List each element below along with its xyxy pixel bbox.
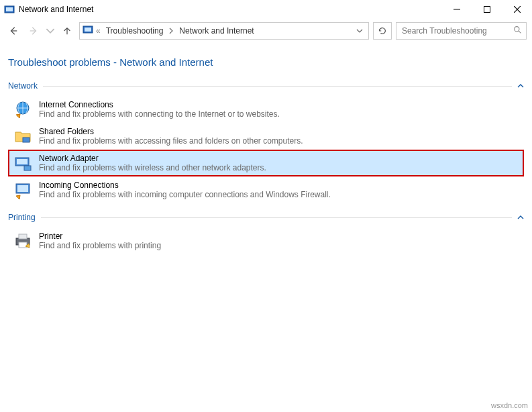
- item-desc: Find and fix problems with incoming comp…: [39, 190, 331, 199]
- divider: [41, 217, 512, 218]
- breadcrumb-troubleshooting[interactable]: Troubleshooting: [103, 25, 166, 37]
- search-icon[interactable]: [513, 25, 522, 37]
- section-header-network[interactable]: Network: [8, 80, 524, 92]
- watermark: wsxdn.com: [491, 401, 528, 409]
- divider: [43, 86, 512, 87]
- svg-rect-15: [17, 159, 28, 164]
- chevron-up-icon[interactable]: [517, 80, 524, 92]
- item-internet-connections[interactable]: Internet Connections Find and fix proble…: [8, 96, 524, 123]
- page-title: Troubleshoot problems - Network and Inte…: [8, 56, 524, 68]
- item-incoming-connections[interactable]: Incoming Connections Find and fix proble…: [8, 176, 524, 203]
- back-button[interactable]: [5, 23, 21, 39]
- item-shared-folders[interactable]: Shared Folders Find and fix problems wit…: [8, 123, 524, 150]
- svg-rect-16: [24, 166, 31, 170]
- svg-rect-21: [19, 242, 27, 248]
- svg-rect-3: [484, 7, 490, 13]
- refresh-button[interactable]: [373, 22, 392, 40]
- printer-icon: [13, 231, 32, 250]
- items-printing: Printer Find and fix problems with print…: [8, 227, 524, 254]
- item-printer[interactable]: Printer Find and fix problems with print…: [8, 227, 524, 254]
- item-desc: Find and fix problems with connecting to…: [39, 109, 280, 119]
- svg-point-10: [515, 27, 519, 32]
- screen-arrow-icon: [13, 181, 32, 199]
- folder-net-icon: [13, 127, 32, 146]
- item-desc: Find and fix problems with wireless and …: [39, 163, 266, 172]
- minimize-button[interactable]: [441, 0, 472, 19]
- svg-line-11: [519, 31, 521, 33]
- control-panel-icon: [4, 4, 15, 15]
- content-area: Troubleshoot problems - Network and Inte…: [0, 43, 532, 254]
- item-desc: Find and fix problems with printing: [39, 241, 161, 250]
- item-title: Internet Connections: [39, 100, 280, 109]
- svg-rect-13: [23, 138, 30, 142]
- control-panel-icon: [83, 24, 93, 38]
- section-label: Printing: [8, 213, 36, 222]
- section-label: Network: [8, 81, 38, 91]
- svg-rect-18: [17, 185, 28, 192]
- item-title: Shared Folders: [39, 127, 303, 136]
- svg-rect-20: [19, 234, 27, 239]
- address-dropdown[interactable]: [354, 23, 366, 39]
- close-button[interactable]: [502, 0, 532, 19]
- maximize-button[interactable]: [472, 0, 502, 19]
- item-title: Incoming Connections: [39, 181, 331, 190]
- search-input[interactable]: [401, 25, 513, 36]
- items-network: Internet Connections Find and fix proble…: [8, 96, 524, 203]
- item-desc: Find and fix problems with accessing fil…: [39, 136, 303, 146]
- address-bar[interactable]: « Troubleshooting Network and Internet: [79, 22, 369, 40]
- breadcrumb-network-internet[interactable]: Network and Internet: [176, 25, 256, 37]
- adapter-icon: [13, 154, 32, 172]
- svg-rect-1: [6, 7, 13, 11]
- globe-arrow-icon: [13, 100, 32, 119]
- window-controls: [441, 0, 532, 19]
- item-network-adapter[interactable]: Network Adapter Find and fix problems wi…: [8, 150, 524, 176]
- title-bar: Network and Internet: [0, 0, 532, 19]
- search-box[interactable]: [396, 22, 527, 40]
- recent-dropdown[interactable]: [46, 23, 55, 39]
- up-button[interactable]: [59, 23, 75, 39]
- svg-rect-9: [85, 28, 91, 32]
- window-title: Network and Internet: [19, 5, 441, 14]
- chevron-right-icon[interactable]: [168, 25, 174, 37]
- chevron-up-icon[interactable]: [517, 211, 524, 223]
- breadcrumb-prefix: «: [96, 26, 101, 36]
- section-header-printing[interactable]: Printing: [8, 211, 524, 223]
- item-title: Network Adapter: [39, 154, 266, 163]
- item-title: Printer: [39, 231, 161, 241]
- nav-bar: « Troubleshooting Network and Internet: [0, 19, 532, 43]
- forward-button[interactable]: [25, 23, 42, 39]
